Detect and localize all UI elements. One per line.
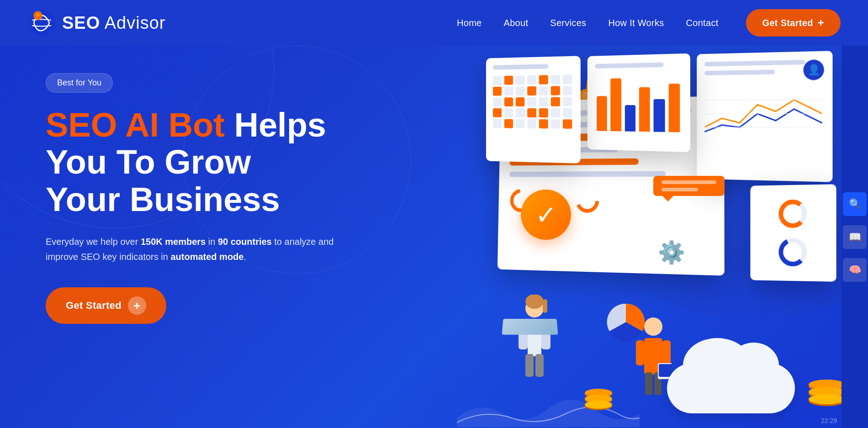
- nav-services[interactable]: Services: [550, 18, 586, 28]
- hero-illustration: ✓ 👤: [457, 43, 868, 427]
- right-sidebar: 🔍 📖 🧠: [842, 46, 868, 428]
- get-started-hero-button[interactable]: Get Started +: [46, 287, 166, 324]
- donut-panel: [750, 184, 836, 282]
- hero-content: Best for You SEO AI Bot HelpsYou To Grow…: [46, 73, 356, 324]
- nav-contact[interactable]: Contact: [686, 18, 719, 28]
- get-started-nav-button[interactable]: Get Started +: [746, 9, 841, 37]
- hero-badge: Best for You: [46, 73, 113, 93]
- svg-rect-28: [645, 372, 652, 395]
- person-female-icon: [516, 295, 553, 386]
- logo-icon: [27, 9, 56, 37]
- svg-rect-23: [543, 299, 547, 313]
- donut-chart-2: [777, 236, 809, 269]
- cloud-shape: [667, 363, 795, 413]
- calendar-panel: [486, 56, 581, 163]
- svg-line-11: [704, 127, 822, 127]
- logo[interactable]: SEO Advisor: [27, 9, 165, 37]
- timestamp: 22:29: [821, 417, 837, 424]
- search-sidebar-button[interactable]: 🔍: [843, 192, 867, 216]
- nav-links: Home About Services How It Works Contact: [457, 18, 719, 28]
- chart-panel: 👤: [697, 51, 832, 182]
- coin-stack-2: [585, 389, 612, 409]
- hero-section: SEO Advisor Home About Services How It W…: [0, 0, 868, 428]
- hero-headline: SEO AI Bot HelpsYou To GrowYour Business: [46, 106, 356, 218]
- svg-rect-21: [535, 354, 544, 377]
- plus-icon: +: [818, 16, 824, 29]
- nav-about[interactable]: About: [504, 18, 529, 28]
- speech-bubble: [653, 176, 725, 196]
- svg-rect-20: [525, 354, 534, 377]
- platform-1: [502, 319, 558, 335]
- gear-icon: ⚙️: [658, 240, 685, 265]
- nav-how-it-works[interactable]: How It Works: [608, 18, 664, 28]
- check-bubble: ✓: [521, 190, 571, 240]
- svg-line-9: [704, 100, 822, 100]
- hero-subtext: Everyday we help over 150K members in 90…: [46, 234, 356, 264]
- book-sidebar-button[interactable]: 📖: [843, 225, 867, 249]
- circle-plus-icon: +: [128, 296, 146, 315]
- coin-stack-1: [809, 380, 845, 404]
- nav-home[interactable]: Home: [457, 18, 482, 28]
- wave-decoration: [457, 391, 640, 427]
- svg-rect-27: [662, 340, 671, 365]
- svg-point-8: [577, 191, 597, 211]
- svg-point-22: [525, 295, 544, 309]
- bar-chart-panel: [587, 53, 690, 152]
- navbar: SEO Advisor Home About Services How It W…: [0, 0, 868, 46]
- pie-chart-icon: [603, 299, 649, 345]
- logo-text: SEO Advisor: [62, 13, 165, 33]
- brain-sidebar-button[interactable]: 🧠: [843, 258, 867, 282]
- line-chart-svg: [704, 85, 822, 142]
- donut-chart-1: [777, 198, 809, 230]
